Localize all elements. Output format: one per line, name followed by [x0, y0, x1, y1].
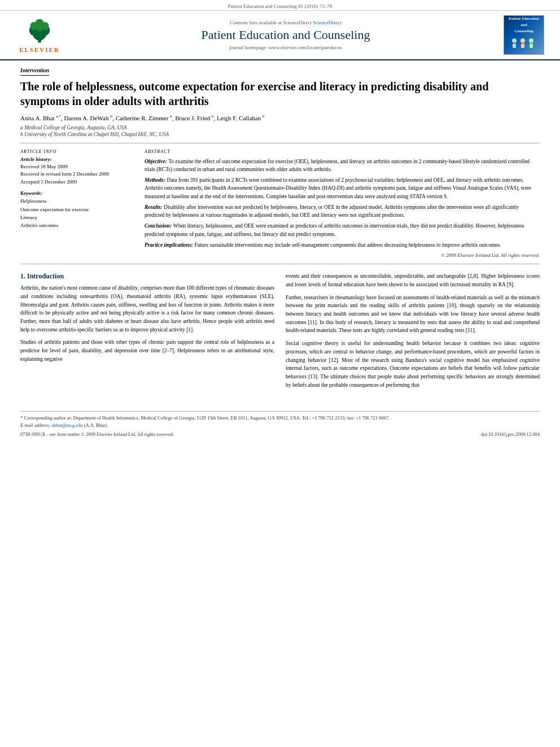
article-history: Article history: Received 18 May 2009 Re… [20, 156, 133, 186]
methods-label: Methods: [145, 177, 165, 183]
received-date: Received 18 May 2009 [20, 163, 133, 171]
affiliation-a: a Medical College of Georgia, Augusta, G… [20, 125, 540, 130]
svg-point-5 [30, 22, 37, 30]
cover-decoration [509, 36, 540, 52]
svg-point-11 [529, 38, 533, 43]
conclusion-text: When literacy, helplessness, and OEE wer… [145, 223, 524, 237]
journal-title: Patient Education and Counseling [68, 28, 504, 42]
accepted-date: Accepted 5 December 2009 [20, 178, 133, 186]
practice-text: Future sustainable interventions may inc… [194, 242, 501, 248]
keyword-1: Helplessness [20, 197, 133, 205]
article-info-column: Article Info Article history: Received 1… [20, 149, 133, 259]
section-label: Intervention [20, 67, 49, 76]
sciencedirect-link[interactable]: ScienceDirect [313, 20, 341, 25]
abstract-column: Abstract Objective: To examine the effec… [145, 149, 540, 259]
divider [20, 143, 540, 143]
journal-citation: Patient Education and Counseling 81 (201… [228, 3, 332, 9]
article-title: The role of helplessness, outcome expect… [20, 79, 540, 108]
email-person: (A.A. Bhat). [84, 422, 108, 428]
journal-top-bar: Patient Education and Counseling 81 (201… [0, 0, 560, 11]
elsevier-tree-icon [23, 17, 56, 45]
journal-header: ELSEVIER Contents lists available at Sci… [0, 11, 560, 60]
body-left-column: 1. Introduction Arthritis, the nation's … [20, 272, 274, 394]
right-para-1: events and their consequences as uncontr… [286, 272, 540, 289]
abstract-methods: Methods: Data from 391 participants in 2… [145, 176, 540, 200]
intro-heading: 1. Introduction [20, 272, 274, 281]
svg-point-7 [512, 38, 517, 43]
email-link[interactable]: abhat@mcg.edu [51, 422, 82, 428]
journal-cover-area: Patient Education and Counseling [504, 15, 549, 55]
elsevier-logo-area: ELSEVIER [11, 17, 68, 53]
email-label: E-mail address: [20, 422, 51, 428]
objective-text: To examine the effect of outcome expecta… [145, 159, 530, 172]
abstract-heading: Abstract [145, 149, 540, 154]
elsevier-logo: ELSEVIER [11, 17, 68, 53]
page-wrapper: Patient Education and Counseling 81 (201… [0, 0, 560, 747]
info-abstract-section: Article Info Article history: Received 1… [20, 149, 540, 259]
revised-date: Received in revised form 2 December 2009 [20, 171, 133, 178]
article-info-heading: Article Info [20, 149, 133, 154]
body-right-column: events and their consequences as uncontr… [286, 272, 540, 394]
abstract-practice: Practice implications: Future sustainabl… [145, 241, 540, 249]
svg-rect-8 [513, 43, 516, 48]
elsevier-wordmark: ELSEVIER [19, 46, 60, 53]
keywords-section: Keywords: Helplessness Outcome expectati… [20, 190, 133, 230]
svg-rect-12 [530, 43, 533, 48]
sciencedirect-line: Contents lists available at ScienceDirec… [68, 20, 504, 25]
footer-bottom: 0738-3991/$ – see front matter © 2009 El… [20, 431, 540, 437]
abstract-objective: Objective: To examine the effect of outc… [145, 158, 540, 174]
objective-label: Objective: [145, 159, 167, 164]
intro-para-2: Studies of arthritis patients and those … [20, 338, 274, 363]
authors-text: Anita A. Bhat a,*, Darren A. DeWalt b, C… [20, 115, 264, 121]
copyright-line: © 2009 Elsevier Ireland Ltd. All rights … [145, 252, 540, 258]
svg-point-9 [520, 38, 525, 43]
authors-line: Anita A. Bhat a,*, Darren A. DeWalt b, C… [20, 114, 540, 121]
email-note: E-mail address: abhat@mcg.edu (A.A. Bhat… [20, 422, 540, 429]
abstract-results: Results: Disability after intervention w… [145, 203, 540, 220]
doi-text: doi:10.1016/j.pec.2009.12.004 [481, 431, 540, 437]
results-text: Disability after intervention was not pr… [145, 204, 519, 218]
divider-2 [20, 264, 540, 264]
results-label: Results: [145, 204, 163, 210]
issn-text: 0738-3991/$ – see front matter © 2009 El… [20, 431, 174, 437]
keyword-2: Outcome expectation for exercise [20, 206, 133, 213]
history-heading: Article history: [20, 156, 133, 162]
right-para-3: Social cognitive theory is useful for un… [286, 339, 540, 389]
main-content: Intervention The role of helplessness, o… [0, 60, 560, 405]
affiliation-b: b University of North Carolina at Chapel… [20, 132, 540, 137]
intro-para-1: Arthritis, the nation's most common caus… [20, 284, 274, 334]
journal-homepage: journal homepage: www.elsevier.com/locat… [68, 45, 504, 50]
journal-header-center: Contents lists available at ScienceDirec… [68, 20, 504, 50]
abstract-conclusion: Conclusion: When literacy, helplessness,… [145, 222, 540, 238]
keyword-3: Literacy [20, 213, 133, 221]
methods-text: Data from 391 participants in 2 RCTs wer… [145, 177, 531, 199]
corresponding-note: * Corresponding author at: Department of… [20, 415, 540, 422]
body-section: 1. Introduction Arthritis, the nation's … [20, 272, 540, 394]
page-footer: * Corresponding author at: Department of… [20, 411, 540, 438]
keyword-4: Arthritis outcomes [20, 221, 133, 229]
practice-label: Practice implications: [145, 242, 193, 248]
svg-rect-10 [521, 43, 524, 48]
cover-text: Patient Education and Counseling [509, 16, 540, 54]
journal-cover-image: Patient Education and Counseling [504, 15, 544, 55]
keywords-heading: Keywords: [20, 190, 133, 196]
right-para-2: Further, researchers in rheumatology hav… [286, 294, 540, 335]
conclusion-label: Conclusion: [145, 223, 172, 229]
svg-point-6 [42, 22, 49, 30]
